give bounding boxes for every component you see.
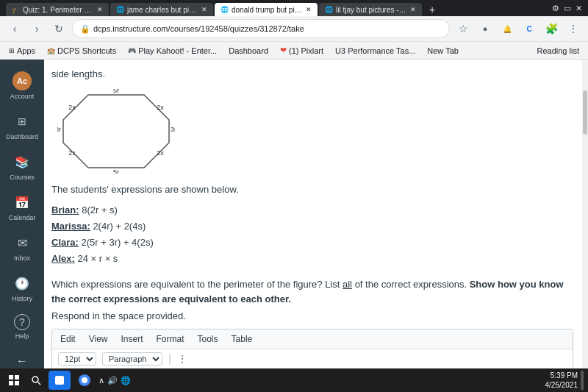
brian-name: Brian: [51,204,79,215]
sidebar-back-button[interactable]: ← [0,346,44,368]
sidebar-item-history[interactable]: 🕐 History [0,268,44,308]
sidebar: Ac Account ⊞ Dashboard 📚 Courses 📅 Calen… [0,60,44,368]
clara-expr: 2(5r + 3r) + 4(2s) [81,237,153,248]
svg-text:5r: 5r [113,89,119,94]
bookmark-apps[interactable]: ⊞Apps [6,46,38,56]
clara-name: Clara: [51,237,79,248]
bookmark-u3[interactable]: U3 Performance Tas... [332,46,418,56]
svg-text:2x: 2x [157,104,164,111]
rich-text-editor: Edit View Insert Format Tools Table 12pt… [51,329,573,368]
chrome-menu[interactable]: ⋮ [564,20,582,38]
students-intro: The students' expressions are shown belo… [51,182,573,197]
sys-icon1: ∧ [98,376,104,385]
octagon-figure: 5r 2x 3r 2x 5r 2x 3r 2x [57,89,175,174]
brian-expr: 8(2r + s) [82,204,118,215]
tab-trump[interactable]: 🌐 donald trump but pictures - Go... ✕ [215,3,318,16]
paragraph-select[interactable]: Paragraph [102,352,162,366]
browser-tabs: 🎓 Quiz: 1. Perimeter w/Variables ( ✕ 🌐 j… [6,0,441,16]
reload-button[interactable]: ↻ [50,20,68,38]
student-brian: Brian: 8(2r + s) [51,202,573,218]
scroll-thumb[interactable] [583,90,587,135]
svg-rect-10 [15,375,19,379]
browser-chrome: ‹ › ↻ 🔒 dcps.instructure.com/courses/192… [0,16,588,60]
title-bar: 🎓 Quiz: 1. Perimeter w/Variables ( ✕ 🌐 j… [0,0,588,16]
respond-text: Respond in the space provided. [51,310,573,321]
search-button[interactable] [26,371,46,390]
svg-text:5r: 5r [113,168,119,174]
sidebar-item-inbox[interactable]: ✉ Inbox [0,227,44,268]
tab-quiz[interactable]: 🎓 Quiz: 1. Perimeter w/Variables ( ✕ [6,3,109,16]
profile-button[interactable]: ● [476,20,494,38]
bookmark-button[interactable]: ☆ [454,20,472,38]
bookmark-newtab[interactable]: New Tab [424,46,462,56]
marissa-expr: 2(4r) + 2(4s) [93,221,146,232]
tab-trump-close[interactable]: ✕ [306,6,312,13]
bookmark-kahoot[interactable]: 🎮Play Kahoot! - Enter... [125,46,220,56]
sidebar-item-help[interactable]: ? Help [0,308,44,346]
bookmark-reading[interactable]: Reading list [534,46,582,56]
new-tab-button[interactable]: + [423,3,441,16]
tab-lil-close[interactable]: ✕ [410,6,416,13]
octagon-svg: 5r 2x 3r 2x 5r 2x 3r 2x [57,89,175,174]
menu-view[interactable]: View [87,332,110,346]
taskbar-clock: 5:39 PM 4/25/2021 [545,371,578,390]
svg-marker-0 [63,95,169,168]
forward-button[interactable]: › [28,20,46,38]
history-icon: 🕐 [12,274,32,293]
calendar-icon: 📅 [12,193,32,212]
back-button[interactable]: ‹ [6,20,24,38]
svg-text:3r: 3r [57,126,61,133]
bookmark-dcps[interactable]: 🏫DCPS Shortcuts [44,46,119,56]
taskbar-chrome[interactable] [74,371,96,390]
svg-text:2x: 2x [68,149,76,157]
tab-quiz-close[interactable]: ✕ [97,6,103,13]
editor-toolbar: 12pt Paragraph | ⋮ [52,349,573,368]
tab-jame-close[interactable]: ✕ [201,6,207,13]
taskbar-cortana[interactable] [49,371,71,390]
alex-name: Alex: [51,253,75,264]
extension1[interactable]: 🔔 [498,20,516,38]
taskbar: ∧ 🔊 🌐 5:39 PM 4/25/2021 [0,368,588,392]
student-alex: Alex: 24 × r × s [51,251,573,267]
taskbar-sys: ∧ 🔊 🌐 [98,376,131,385]
bookmarks-bar: ⊞Apps 🏫DCPS Shortcuts 🎮Play Kahoot! - En… [0,41,588,59]
svg-line-14 [37,382,40,385]
svg-rect-15 [55,376,64,385]
bookmark-dashboard[interactable]: Dashboard [226,46,271,56]
bookmark-pixlart[interactable]: ❤(1) Pixlart [277,45,326,56]
svg-rect-11 [9,381,13,385]
underline-all: all [343,279,352,290]
tab-lil[interactable]: 🌐 lil tjay but pictures - Google S... ✕ [319,3,422,16]
extension2[interactable]: C [520,20,538,38]
taskbar-time-value: 5:39 PM [545,371,578,380]
font-size-select[interactable]: 12pt [58,352,96,366]
scrollbar[interactable] [582,60,588,368]
menu-format[interactable]: Format [154,332,187,346]
menu-edit[interactable]: Edit [58,332,78,346]
start-button[interactable] [4,371,24,390]
help-icon: ? [14,314,30,330]
extensions-btn[interactable]: 🧩 [542,20,560,38]
sidebar-item-dashboard[interactable]: ⊞ Dashboard [0,106,44,146]
courses-icon: 📚 [12,152,32,171]
question-prompt: Which expressions are equivalent to the … [51,277,573,306]
menu-tools[interactable]: Tools [196,332,220,346]
student-marissa: Marissa: 2(4r) + 2(4s) [51,218,573,235]
sidebar-item-calendar[interactable]: 📅 Calendar [0,187,44,227]
more-options-button[interactable]: ⋮ [177,353,187,365]
svg-point-13 [32,377,38,382]
sidebar-item-account[interactable]: Ac Account [0,65,44,106]
menu-insert[interactable]: Insert [118,332,145,346]
student-expressions: Brian: 8(2r + s) Marissa: 2(4r) + 2(4s) … [51,202,573,267]
quiz-content: side lengths. 5r 2x 3r 2x 5r [44,60,588,368]
menu-table[interactable]: Table [229,332,255,346]
sidebar-item-courses[interactable]: 📚 Courses [0,146,44,187]
tab-jame[interactable]: 🌐 jame charles but pictures - Go... ✕ [110,3,213,16]
svg-text:2x: 2x [68,104,76,111]
svg-rect-12 [15,381,19,385]
show-desktop-button[interactable] [581,371,584,390]
address-bar[interactable]: 🔒 dcps.instructure.com/courses/192458/qu… [72,19,450,38]
student-clara: Clara: 2(5r + 3r) + 4(2s) [51,235,573,251]
dashboard-icon: ⊞ [12,112,32,131]
toolbar-separator: | [168,352,171,366]
